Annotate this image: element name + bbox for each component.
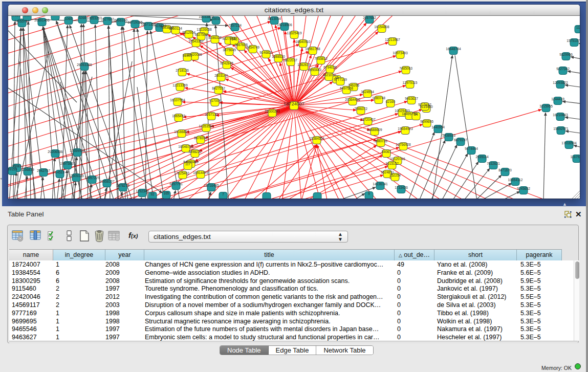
svg-text:20691406: 20691406 (34, 18, 50, 22)
svg-text:39159: 39159 (8, 167, 17, 171)
svg-text:14519: 14519 (55, 170, 65, 174)
svg-text:1733426: 1733426 (395, 186, 408, 189)
svg-text:9777169: 9777169 (334, 78, 347, 81)
svg-text:9457791: 9457791 (169, 182, 183, 186)
svg-text:1678275: 1678275 (116, 184, 129, 187)
svg-text:20364436: 20364436 (345, 98, 360, 101)
svg-text:19654923: 19654923 (398, 127, 413, 130)
svg-text:10688609: 10688609 (367, 128, 382, 132)
svg-text:15716485: 15716485 (204, 184, 219, 187)
svg-text:1588520: 1588520 (272, 55, 285, 58)
svg-text:14136141: 14136141 (373, 182, 388, 186)
svg-text:3267130: 3267130 (205, 113, 218, 116)
svg-text:3215955: 3215955 (539, 104, 553, 108)
svg-text:7625402: 7625402 (176, 171, 189, 175)
svg-text:16046736: 16046736 (178, 145, 193, 148)
svg-text:1880726: 1880726 (374, 139, 387, 143)
svg-text:6497568: 6497568 (340, 86, 353, 90)
svg-text:13325419: 13325419 (287, 31, 302, 35)
svg-text:54: 54 (414, 113, 418, 116)
svg-text:8822037: 8822037 (284, 58, 297, 62)
svg-text:165: 165 (163, 191, 169, 195)
svg-text:9268: 9268 (79, 16, 86, 19)
svg-text:19384554: 19384554 (309, 137, 324, 140)
svg-text:12213369: 12213369 (172, 83, 188, 87)
svg-text:17957225: 17957225 (84, 176, 100, 180)
svg-text:7955812: 7955812 (314, 57, 328, 60)
svg-text:8660124: 8660124 (169, 27, 182, 30)
svg-text:14055712: 14055712 (14, 19, 30, 23)
svg-text:1621072: 1621072 (322, 73, 336, 77)
svg-text:19656: 19656 (11, 16, 21, 17)
svg-text:10973493: 10973493 (393, 51, 408, 55)
svg-text:209: 209 (24, 16, 30, 17)
svg-text:85: 85 (53, 16, 57, 16)
svg-text:84067: 84067 (382, 150, 391, 154)
svg-text:1603: 1603 (212, 17, 220, 20)
svg-text:9474444: 9474444 (465, 147, 478, 150)
svg-text:1527602: 1527602 (101, 17, 114, 21)
svg-text:92: 92 (150, 192, 155, 196)
svg-text:917004: 917004 (209, 99, 221, 102)
svg-text:7485063: 7485063 (399, 67, 412, 70)
svg-text:10654112: 10654112 (508, 178, 523, 182)
svg-text:9699695: 9699695 (420, 120, 433, 123)
svg-text:1244419: 1244419 (551, 97, 564, 101)
svg-text:8186328: 8186328 (208, 36, 222, 39)
svg-text:3498222: 3498222 (188, 150, 202, 154)
svg-text:7357224: 7357224 (228, 24, 242, 27)
svg-text:8912954: 8912954 (182, 31, 195, 34)
svg-text:1965493: 1965493 (172, 114, 185, 118)
svg-text:8471670: 8471670 (498, 168, 512, 172)
svg-text:10653267: 10653267 (86, 16, 102, 20)
svg-text:10958107: 10958107 (99, 180, 115, 183)
svg-text:8454749: 8454749 (246, 46, 259, 49)
svg-text:1440954: 1440954 (431, 125, 445, 129)
svg-text:16543362: 16543362 (188, 39, 204, 43)
svg-text:12093822: 12093822 (553, 81, 568, 84)
svg-text:10120746: 10120746 (390, 157, 405, 161)
svg-text:7: 7 (222, 192, 224, 196)
svg-text:15751074: 15751074 (567, 39, 580, 42)
svg-text:6466160: 6466160 (114, 18, 127, 22)
svg-text:16640910: 16640910 (295, 40, 311, 43)
svg-text:6879197: 6879197 (454, 138, 467, 142)
svg-text:16033809: 16033809 (199, 16, 214, 18)
svg-text:19975867: 19975867 (60, 162, 75, 165)
svg-text:9245652: 9245652 (517, 187, 530, 190)
svg-text:252254: 252254 (389, 173, 401, 177)
svg-text:9227342: 9227342 (556, 67, 570, 71)
svg-text:546: 546 (231, 37, 237, 41)
svg-text:9215442: 9215442 (418, 103, 431, 106)
svg-text:10756928: 10756928 (396, 143, 411, 146)
svg-text:8427552: 8427552 (212, 86, 225, 90)
svg-text:8990443: 8990443 (308, 68, 321, 72)
svg-text:2718126: 2718126 (176, 69, 189, 72)
svg-text:16961758: 16961758 (305, 47, 320, 51)
svg-text:1362615: 1362615 (297, 63, 311, 67)
svg-text:9329966: 9329966 (559, 53, 573, 56)
svg-text:2942757: 2942757 (37, 169, 50, 172)
svg-text:20206536: 20206536 (48, 150, 63, 154)
svg-text:9327506: 9327506 (194, 33, 208, 36)
svg-text:3875645: 3875645 (223, 48, 236, 52)
svg-text:8813054: 8813054 (268, 17, 281, 20)
svg-text:2803144: 2803144 (214, 74, 228, 77)
svg-text:746266: 746266 (348, 83, 359, 87)
svg-text:1080748: 1080748 (372, 96, 385, 100)
svg-text:6794028: 6794028 (323, 65, 337, 69)
svg-text:25300243: 25300243 (265, 110, 280, 113)
svg-text:9242845: 9242845 (220, 61, 233, 65)
svg-text:16648784: 16648784 (446, 47, 461, 51)
svg-text:1156819: 1156819 (21, 168, 34, 171)
svg-text:111: 111 (576, 26, 580, 29)
svg-text:98901: 98901 (183, 54, 192, 57)
svg-text:1167539: 1167539 (570, 155, 580, 159)
svg-text:1615152: 1615152 (385, 162, 399, 165)
svg-text:17016504: 17016504 (561, 141, 577, 145)
svg-text:7986372: 7986372 (354, 107, 367, 111)
svg-text:9146821: 9146821 (259, 51, 273, 54)
svg-text:9: 9 (368, 192, 370, 195)
svg-text:12975115: 12975115 (403, 81, 418, 84)
svg-text:7632621: 7632621 (487, 162, 500, 165)
